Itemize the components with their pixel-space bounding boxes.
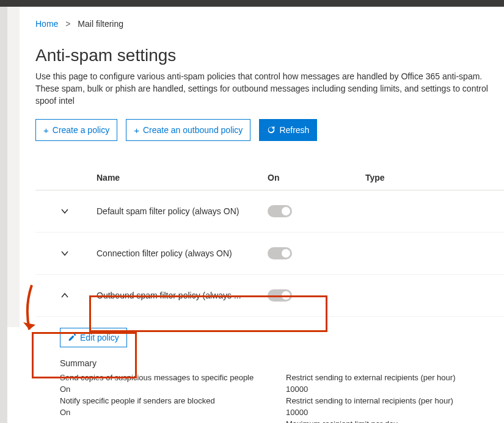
- plus-icon: +: [43, 126, 49, 135]
- refresh-button[interactable]: Refresh: [259, 119, 317, 141]
- policy-name: Connection filter policy (always ON): [97, 248, 268, 258]
- summary-left: Send copies of suspicious messages to sp…: [60, 372, 274, 423]
- refresh-icon: [267, 126, 276, 134]
- summary-columns: Send copies of suspicious messages to sp…: [60, 372, 504, 423]
- table-header: Name On Type: [35, 167, 504, 190]
- summary-item-label: Restrict sending to external recipients …: [286, 372, 504, 383]
- policy-name: Outbound spam filter policy (always ...: [97, 291, 268, 300]
- chevron-up-icon[interactable]: [60, 291, 70, 300]
- toggle-switch[interactable]: [268, 205, 292, 217]
- create-outbound-label: Create an outbound policy: [143, 125, 243, 135]
- left-gutter-inner: [7, 7, 20, 327]
- chevron-down-icon[interactable]: [60, 248, 70, 258]
- plus-icon: +: [134, 126, 139, 135]
- summary-item-label: Send copies of suspicious messages to sp…: [60, 372, 274, 383]
- page-content: Home > Mail filtering Anti-spam settings…: [21, 7, 504, 423]
- summary-heading: Summary: [60, 358, 504, 368]
- summary-item-label: Restrict sending to internal recipients …: [286, 395, 504, 407]
- toggle-switch[interactable]: [268, 289, 292, 302]
- create-policy-button[interactable]: + Create a policy: [35, 119, 117, 141]
- page-subtitle: Use this page to configure various anti-…: [35, 70, 504, 107]
- action-row: + Create a policy + Create an outbound p…: [35, 119, 504, 141]
- window-titlebar: [0, 0, 504, 7]
- toggle-switch[interactable]: [268, 247, 292, 259]
- edit-policy-label: Edit policy: [80, 333, 119, 342]
- col-name: Name: [97, 173, 268, 183]
- breadcrumb-separator: >: [65, 19, 70, 29]
- policy-table: Name On Type Default spam filter policy …: [35, 167, 504, 423]
- summary-item-value: On: [60, 407, 274, 418]
- create-policy-label: Create a policy: [53, 125, 109, 135]
- breadcrumb: Home > Mail filtering: [35, 19, 504, 29]
- table-row[interactable]: Default spam filter policy (always ON): [35, 190, 504, 233]
- summary-item-label: Maximum recipient limit per day: [286, 418, 504, 423]
- summary-item-value: On: [60, 383, 274, 395]
- left-gutter: [0, 7, 7, 423]
- policy-name: Default spam filter policy (always ON): [97, 206, 268, 216]
- pencil-icon: [68, 333, 76, 342]
- summary-item-value: 10000: [286, 407, 504, 418]
- breadcrumb-current: Mail filtering: [78, 19, 123, 29]
- col-type: Type: [365, 173, 504, 183]
- edit-policy-button[interactable]: Edit policy: [60, 328, 127, 347]
- col-on: On: [268, 173, 365, 183]
- page-title: Anti-spam settings: [35, 46, 504, 65]
- breadcrumb-home-link[interactable]: Home: [35, 19, 58, 29]
- create-outbound-policy-button[interactable]: + Create an outbound policy: [126, 119, 250, 141]
- policy-detail-panel: Edit policy Summary Send copies of suspi…: [35, 317, 504, 423]
- table-row[interactable]: Outbound spam filter policy (always ...: [35, 275, 504, 317]
- summary-right: Restrict sending to external recipients …: [286, 372, 504, 423]
- refresh-label: Refresh: [279, 125, 309, 135]
- summary-item-label: Notify specific people if senders are bl…: [60, 395, 274, 407]
- summary-item-value: 10000: [286, 383, 504, 395]
- table-row[interactable]: Connection filter policy (always ON): [35, 233, 504, 275]
- chevron-down-icon[interactable]: [60, 206, 70, 216]
